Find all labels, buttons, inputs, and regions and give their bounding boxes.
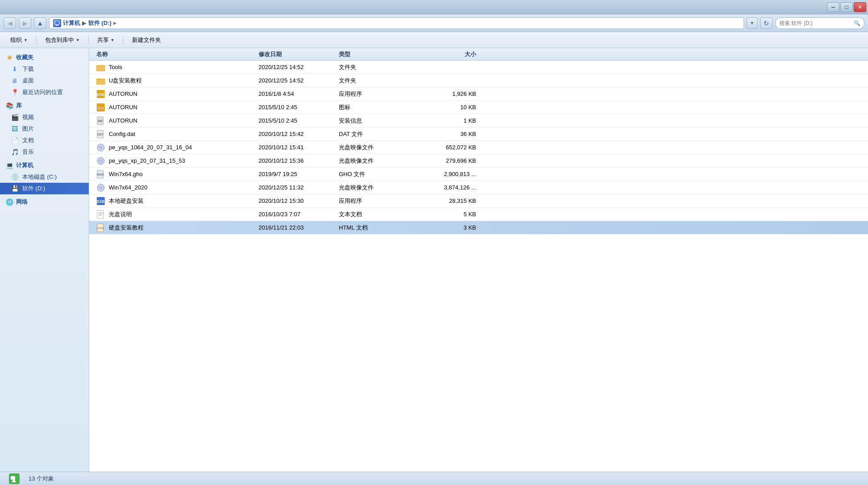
sidebar-item-image[interactable]: 🖼 图片 [0,123,89,135]
desktop-icon: 🖥 [11,77,19,85]
sidebar-header-library[interactable]: 📚 库 [0,100,89,111]
organize-button[interactable]: 组织 ▼ [5,34,33,46]
organize-label: 组织 [10,36,22,44]
title-bar: ─ □ ✕ [0,0,868,14]
file-name: pe_yqs_xp_20_07_31_15_53 [109,157,185,164]
file-type: 文件夹 [339,63,419,71]
table-row[interactable]: 光盘说明 2016/10/23 7:07 文本文档 5 KB [89,208,868,221]
svg-rect-39 [12,480,15,481]
svg-text:HTML: HTML [97,227,104,230]
software-disk-icon: 💾 [11,185,19,193]
close-button[interactable]: ✕ [854,2,866,12]
minimize-button[interactable]: ─ [827,2,839,12]
file-icon: INF [96,116,105,125]
table-row[interactable]: HTML 硬盘安装教程 2016/11/21 22:03 HTML 文档 3 K… [89,221,868,234]
column-date[interactable]: 修改日期 [259,50,339,58]
sidebar-item-software-disk[interactable]: 💾 软件 (D:) [0,183,89,194]
sidebar: ★ 收藏夹 ⬇ 下载 🖥 桌面 📍 最近访问的位置 📚 库 � [0,48,89,472]
library-label: 库 [16,102,22,110]
sidebar-item-music[interactable]: 🎵 音乐 [0,146,89,158]
file-size: 1 KB [419,117,481,124]
table-row[interactable]: GHO Win7x64.gho 2019/9/7 19:25 GHO 文件 2,… [89,168,868,181]
table-row[interactable]: INF AUTORUN 2015/5/10 2:45 安装信息 1 KB [89,114,868,127]
file-date: 2016/1/8 4:54 [259,90,339,97]
column-type[interactable]: 类型 [339,50,419,58]
maximize-button[interactable]: □ [840,2,853,12]
organize-arrow: ▼ [24,38,28,42]
desktop-label: 桌面 [22,77,34,85]
file-icon [96,156,105,165]
table-row[interactable]: pe_yqs_1064_20_07_31_16_04 2020/10/12 15… [89,141,868,154]
file-date: 2020/10/12 15:41 [259,144,339,151]
library-icon: 📚 [5,102,13,110]
software-disk-label: 软件 (D:) [22,185,45,193]
sidebar-header-network[interactable]: 🌐 网络 [0,196,89,208]
sidebar-item-doc[interactable]: 📄 文档 [0,135,89,146]
file-date: 2020/12/25 14:52 [259,64,339,70]
table-row[interactable]: Win7x64_2020 2020/12/25 11:32 光盘映像文件 3,8… [89,181,868,194]
file-size: 5 KB [419,211,481,218]
address-dropdown-button[interactable]: ▼ [747,17,757,29]
include-library-arrow: ▼ [76,38,80,42]
file-size: 10 KB [419,104,481,111]
table-row[interactable]: DAT Config.dat 2020/10/12 15:42 DAT 文件 3… [89,127,868,141]
sidebar-header-favorites[interactable]: ★ 收藏夹 [0,52,89,63]
path-computer: 计算机 [63,19,80,27]
back-button[interactable]: ◀ [4,17,16,29]
sidebar-item-downloads[interactable]: ⬇ 下载 [0,63,89,75]
column-name[interactable]: 名称 [89,50,259,58]
svg-text:INF: INF [98,119,103,123]
file-name: 本地硬盘安装 [109,197,144,205]
svg-text:DAT: DAT [97,133,103,136]
file-size: 2,900,813 ... [419,171,481,177]
svg-point-18 [97,144,104,151]
column-size[interactable]: 大小 [419,50,481,58]
search-input[interactable] [779,20,852,26]
file-size: 28,315 KB [419,197,481,204]
sidebar-section-computer: 💻 计算机 💿 本地磁盘 (C:) 💾 软件 (D:) [0,160,89,194]
file-name: AUTORUN [109,104,137,111]
share-arrow: ▼ [111,38,115,42]
sidebar-item-video[interactable]: 🎬 视频 [0,111,89,123]
forward-button[interactable]: ▶ [19,17,31,29]
table-row[interactable]: EXE AUTORUN 2016/1/8 4:54 应用程序 1,926 KB [89,87,868,101]
svg-point-21 [97,157,104,164]
file-icon: GHO [96,170,105,179]
file-name: Tools [109,64,122,70]
local-disk-label: 本地磁盘 (C:) [22,173,57,181]
share-button[interactable]: 共享 ▼ [92,34,119,46]
downloads-label: 下载 [22,65,34,73]
toolbar: 组织 ▼ 包含到库中 ▼ 共享 ▼ 新建文件夹 [0,32,868,48]
video-icon: 🎬 [11,113,19,121]
file-name: Config.dat [109,131,135,137]
file-size: 652,072 KB [419,144,481,151]
table-row[interactable]: ICO AUTORUN 2015/5/10 2:45 图标 10 KB [89,101,868,114]
status-app-icon [7,472,21,485]
path-sep-1: ▶ [82,20,86,26]
table-row[interactable]: pe_yqs_xp_20_07_31_15_53 2020/10/12 15:3… [89,154,868,168]
search-box[interactable]: 🔍 [775,17,864,29]
table-row[interactable]: EXE 本地硬盘安装 2020/10/12 15:30 应用程序 28,315 … [89,194,868,208]
address-bar: ◀ ▶ ▲ 计算机 ▶ 软件 (D:) ▶ ▼ ↻ 🔍 [0,14,868,32]
search-icon[interactable]: 🔍 [854,20,860,26]
table-row[interactable]: U盘安装教程 2020/12/25 14:52 文件夹 [89,74,868,87]
file-icon [96,63,105,72]
status-count: 13 个对象 [29,475,54,483]
sidebar-header-computer[interactable]: 💻 计算机 [0,160,89,171]
file-date: 2019/9/7 19:25 [259,171,339,177]
new-folder-button[interactable]: 新建文件夹 [127,34,166,46]
sidebar-item-recent[interactable]: 📍 最近访问的位置 [0,86,89,98]
table-row[interactable]: Tools 2020/12/25 14:52 文件夹 [89,61,868,74]
new-folder-label: 新建文件夹 [132,36,161,44]
refresh-button[interactable]: ↻ [760,17,773,29]
sidebar-item-local-disk[interactable]: 💿 本地磁盘 (C:) [0,171,89,183]
svg-text:GHO: GHO [97,173,104,176]
include-library-button[interactable]: 包含到库中 ▼ [40,34,85,46]
sidebar-section-library: 📚 库 🎬 视频 🖼 图片 📄 文档 🎵 音乐 [0,100,89,158]
up-button[interactable]: ▲ [34,17,46,29]
address-path[interactable]: 计算机 ▶ 软件 (D:) ▶ [49,17,744,29]
sidebar-item-desktop[interactable]: 🖥 桌面 [0,75,89,86]
svg-text:EXE: EXE [97,92,105,97]
music-label: 音乐 [22,148,34,156]
toolbar-sep-3 [123,36,123,45]
